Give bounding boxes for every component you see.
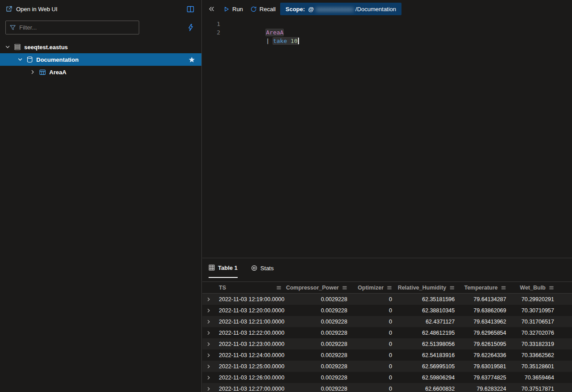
column-header-relative-humidity[interactable]: Relative_Humidity bbox=[396, 285, 458, 291]
table-row[interactable]: 2022-11-03 12:22:00.0000 0.0029228 0 62.… bbox=[202, 327, 572, 338]
column-label: Temperature bbox=[464, 285, 498, 291]
row-expand-chevron[interactable] bbox=[202, 319, 214, 324]
column-header-optimizer[interactable]: Optimizer bbox=[351, 285, 396, 291]
open-in-web-ui-button[interactable]: Open in Web UI bbox=[5, 5, 57, 13]
row-expand-chevron[interactable] bbox=[202, 341, 214, 347]
tab-table-1[interactable]: Table 1 bbox=[209, 258, 238, 278]
column-menu-icon[interactable] bbox=[387, 285, 392, 290]
run-button[interactable]: Run bbox=[223, 6, 243, 13]
cell-relative-humidity: 62.59806294 bbox=[396, 375, 458, 381]
cell-compressor-power: 0.0029228 bbox=[286, 386, 351, 392]
connection-tree: seeqtest.eastus Documentation bbox=[0, 41, 201, 78]
cell-ts: 2022-11-03 12:20:00.0000 bbox=[214, 307, 286, 314]
scope-selector[interactable]: Scope: @ xxxxxxxxxxxxx /Documentation bbox=[280, 3, 401, 15]
row-expand-chevron[interactable] bbox=[202, 386, 214, 392]
recall-button[interactable]: Recall bbox=[250, 6, 276, 13]
chevron-down-icon[interactable] bbox=[4, 44, 11, 50]
table-icon bbox=[39, 69, 46, 76]
column-menu-icon[interactable] bbox=[342, 285, 347, 290]
column-header-ts[interactable]: TS bbox=[214, 285, 286, 291]
cell-compressor-power: 0.0029228 bbox=[286, 363, 351, 370]
cell-compressor-power: 0.0029228 bbox=[286, 375, 351, 381]
cell-optimizer: 0 bbox=[351, 352, 396, 358]
open-in-web-ui-label: Open in Web UI bbox=[16, 6, 57, 13]
row-expand-chevron[interactable] bbox=[202, 375, 214, 380]
cell-wet-bulb: 70.33182319 bbox=[510, 341, 558, 347]
table-row[interactable]: 2022-11-03 12:21:00.0000 0.0029228 0 62.… bbox=[202, 316, 572, 327]
table-row[interactable]: 2022-11-03 12:19:00.0000 0.0029228 0 62.… bbox=[202, 294, 572, 305]
tree-item-table[interactable]: AreaA bbox=[0, 66, 201, 78]
cell-optimizer: 0 bbox=[351, 375, 396, 381]
column-menu-icon[interactable] bbox=[501, 285, 506, 290]
cell-temperature: 79.62965854 bbox=[458, 330, 510, 336]
cell-compressor-power: 0.0029228 bbox=[286, 341, 351, 347]
filter-input-box[interactable] bbox=[5, 21, 139, 34]
recall-icon bbox=[250, 6, 257, 13]
row-expand-chevron[interactable] bbox=[202, 297, 214, 302]
column-header-temperature[interactable]: Temperature bbox=[458, 285, 510, 291]
run-label: Run bbox=[232, 6, 243, 13]
cell-temperature: 79.63413962 bbox=[458, 319, 510, 325]
query-toolbar: Run Recall Scope: @ xxxxxxxxxxxxx /Docum… bbox=[202, 0, 572, 18]
favorite-star-icon[interactable] bbox=[188, 56, 195, 63]
cell-ts: 2022-11-03 12:24:00.0000 bbox=[214, 352, 286, 358]
filter-row bbox=[0, 18, 201, 38]
tree-item-cluster[interactable]: seeqtest.eastus bbox=[0, 41, 201, 53]
cell-temperature: 79.63862069 bbox=[458, 307, 510, 314]
cell-compressor-power: 0.0029228 bbox=[286, 319, 351, 325]
column-menu-icon[interactable] bbox=[276, 285, 282, 290]
auto-filter-icon[interactable] bbox=[187, 24, 194, 31]
cell-ts: 2022-11-03 12:26:00.0000 bbox=[214, 375, 286, 381]
cell-ts: 2022-11-03 12:22:00.0000 bbox=[214, 330, 286, 336]
column-menu-icon[interactable] bbox=[549, 285, 554, 290]
sidebar-header: Open in Web UI bbox=[0, 0, 201, 18]
table-row[interactable]: 2022-11-03 12:27:00.0000 0.0029228 0 62.… bbox=[202, 383, 572, 392]
table-row[interactable]: 2022-11-03 12:23:00.0000 0.0029228 0 62.… bbox=[202, 338, 572, 349]
column-label: Wet_Bulb bbox=[520, 285, 546, 291]
chevron-right-icon[interactable] bbox=[30, 69, 36, 75]
collapse-sidebar-icon[interactable] bbox=[208, 5, 215, 13]
cell-temperature: 79.62264336 bbox=[458, 352, 510, 358]
column-header-wet-bulb[interactable]: Wet_Bulb bbox=[510, 285, 558, 291]
cell-relative-humidity: 62.38810345 bbox=[396, 307, 458, 314]
row-expand-chevron[interactable] bbox=[202, 330, 214, 336]
cell-wet-bulb: 70.32702076 bbox=[510, 330, 558, 336]
results-tabs: Table 1 Stats bbox=[202, 258, 572, 278]
open-external-icon bbox=[5, 5, 13, 13]
main-area: Run Recall Scope: @ xxxxxxxxxxxxx /Docum… bbox=[202, 0, 572, 392]
row-expand-chevron[interactable] bbox=[202, 353, 214, 358]
text-cursor bbox=[298, 38, 299, 44]
cell-relative-humidity: 62.6600832 bbox=[396, 386, 458, 392]
cell-compressor-power: 0.0029228 bbox=[286, 307, 351, 314]
split-panel-icon[interactable] bbox=[187, 6, 194, 13]
column-header-compressor-power[interactable]: Compressor_Power bbox=[286, 285, 351, 291]
line-number: 1 bbox=[202, 20, 220, 28]
cell-compressor-power: 0.0029228 bbox=[286, 296, 351, 303]
app-window: Open in Web UI bbox=[0, 0, 572, 392]
filter-input[interactable] bbox=[19, 24, 135, 31]
tree-item-database[interactable]: Documentation bbox=[0, 53, 201, 66]
tab-stats-label: Stats bbox=[260, 265, 274, 272]
row-expand-chevron[interactable] bbox=[202, 364, 214, 369]
cell-wet-bulb: 70.29920291 bbox=[510, 296, 558, 303]
tab-stats[interactable]: Stats bbox=[251, 258, 274, 278]
cell-temperature: 79.63774825 bbox=[458, 375, 510, 381]
cell-temperature: 79.64134287 bbox=[458, 296, 510, 303]
cell-relative-humidity: 62.4371127 bbox=[396, 319, 458, 325]
column-menu-icon[interactable] bbox=[449, 285, 455, 290]
chevron-down-icon[interactable] bbox=[17, 56, 23, 63]
scope-at: @ bbox=[308, 6, 314, 13]
query-editor[interactable]: 1 AreaA 2 | take 10 bbox=[202, 18, 572, 258]
cell-compressor-power: 0.0029228 bbox=[286, 330, 351, 336]
table-row[interactable]: 2022-11-03 12:24:00.0000 0.0029228 0 62.… bbox=[202, 349, 572, 361]
table-row[interactable]: 2022-11-03 12:25:00.0000 0.0029228 0 62.… bbox=[202, 361, 572, 372]
results-panel: Table 1 Stats TS bbox=[202, 258, 572, 392]
table-row[interactable]: 2022-11-03 12:26:00.0000 0.0029228 0 62.… bbox=[202, 372, 572, 383]
row-expand-chevron[interactable] bbox=[202, 308, 214, 313]
token-keyword: take bbox=[273, 38, 287, 44]
cell-wet-bulb: 70.33662562 bbox=[510, 352, 558, 358]
cell-ts: 2022-11-03 12:25:00.0000 bbox=[214, 363, 286, 370]
cell-wet-bulb: 70.35128601 bbox=[510, 363, 558, 370]
table-row[interactable]: 2022-11-03 12:20:00.0000 0.0029228 0 62.… bbox=[202, 305, 572, 316]
cell-temperature: 79.6283224 bbox=[458, 386, 510, 392]
